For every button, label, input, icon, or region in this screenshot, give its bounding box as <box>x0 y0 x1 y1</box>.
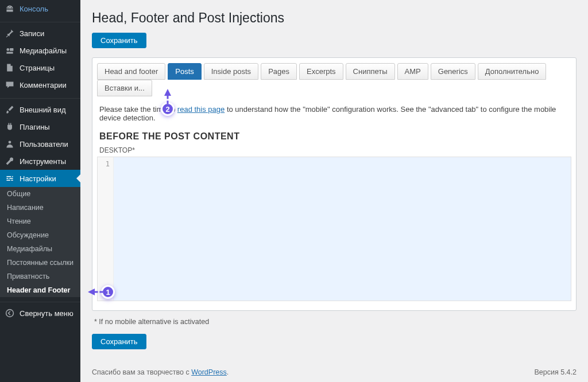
page-icon <box>5 63 15 73</box>
menu-label: Плагины <box>20 123 50 131</box>
footer-version: Версия 5.4.2 <box>534 368 577 376</box>
tab-inside-posts[interactable]: Inside posts <box>204 63 258 80</box>
submenu-reading[interactable]: Чтение <box>0 215 80 228</box>
footer-thanks: Спасибо вам за творчество с WordPress. <box>92 368 229 376</box>
menu-label: Свернуть меню <box>20 309 74 318</box>
editor-gutter: 1 <box>98 157 114 301</box>
menu-item-media[interactable]: Медиафайлы <box>0 42 80 59</box>
pin-icon <box>5 28 15 38</box>
svg-point-2 <box>9 141 11 143</box>
tab-advanced[interactable]: Дополнительно <box>478 63 547 80</box>
code-textarea[interactable] <box>114 157 571 301</box>
menu-label: Внешний вид <box>20 106 66 114</box>
tab-posts[interactable]: Posts <box>168 63 202 80</box>
callout-badge-2: 2 <box>161 102 175 116</box>
submenu-media[interactable]: Медиафайлы <box>0 242 80 256</box>
callout-badge-1: 1 <box>101 285 115 299</box>
submenu-permalinks[interactable]: Постоянные ссылки <box>0 256 80 270</box>
menu-collapse[interactable]: Свернуть меню <box>0 305 80 322</box>
menu-label: Пользователи <box>20 140 68 149</box>
save-button-bottom[interactable]: Сохранить <box>92 334 146 349</box>
section-title: BEFORE THE POST CONTENT <box>99 131 569 142</box>
page-title: Head, Footer and Post Injections <box>92 6 577 33</box>
svg-point-3 <box>6 310 14 317</box>
footnote: * If no mobile alternative is activated <box>92 311 577 326</box>
tab-snippets[interactable]: Сниппеты <box>346 63 395 80</box>
svg-rect-1 <box>10 48 13 51</box>
submenu-discussion[interactable]: Обсуждение <box>0 228 80 242</box>
save-button-top[interactable]: Сохранить <box>92 33 146 48</box>
collapse-icon <box>5 308 15 318</box>
menu-separator <box>0 96 80 99</box>
brush-icon <box>5 104 15 115</box>
sliders-icon <box>5 173 15 184</box>
menu-item-users[interactable]: Пользователи <box>0 135 80 153</box>
menu-label: Медиафайлы <box>20 46 67 55</box>
tab-pages[interactable]: Pages <box>261 63 297 80</box>
admin-sidebar: Консоль Записи Медиафайлы Страницы Комме… <box>0 0 80 382</box>
submenu-privacy[interactable]: Приватность <box>0 270 80 283</box>
tab-inserts[interactable]: Вставки и... <box>97 80 152 96</box>
menu-item-settings[interactable]: Настройки <box>0 170 80 187</box>
code-editor: 1 <box>97 157 571 301</box>
tab-generics[interactable]: Generics <box>431 63 475 80</box>
field-label-desktop: DESKTOP* <box>97 145 571 155</box>
menu-separator <box>0 299 80 302</box>
menu-item-plugins[interactable]: Плагины <box>0 118 80 135</box>
dashboard-icon <box>5 3 15 14</box>
submenu-writing[interactable]: Написание <box>0 201 80 215</box>
main-content: Head, Footer and Post Injections Сохрани… <box>80 0 588 382</box>
menu-label: Настройки <box>20 174 56 183</box>
menu-item-posts[interactable]: Записи <box>0 25 80 42</box>
menu-separator <box>0 20 80 22</box>
wordpress-link[interactable]: WordPress <box>191 368 227 376</box>
user-icon <box>5 139 15 149</box>
plug-icon <box>5 122 15 132</box>
menu-item-comments[interactable]: Комментарии <box>0 76 80 93</box>
tab-head-footer[interactable]: Head and footer <box>97 63 165 80</box>
wrench-icon <box>5 156 15 166</box>
menu-item-pages[interactable]: Страницы <box>0 59 80 76</box>
svg-point-0 <box>6 48 9 51</box>
menu-label: Комментарии <box>20 81 67 89</box>
menu-label: Записи <box>20 29 44 38</box>
comment-icon <box>5 80 15 90</box>
info-link[interactable]: read this page <box>177 105 225 114</box>
tab-amp[interactable]: AMP <box>397 63 428 80</box>
menu-item-dashboard[interactable]: Консоль <box>0 0 80 17</box>
submenu-header-footer[interactable]: Header and Footer <box>0 283 80 297</box>
menu-label: Инструменты <box>20 157 66 166</box>
wp-footer: Спасибо вам за творчество с WordPress. В… <box>80 362 588 382</box>
settings-submenu: Общие Написание Чтение Обсуждение Медиаф… <box>0 187 80 297</box>
menu-label: Консоль <box>20 5 48 13</box>
menu-label: Страницы <box>20 64 55 72</box>
submenu-general[interactable]: Общие <box>0 187 80 201</box>
menu-item-appearance[interactable]: Внешний вид <box>0 101 80 118</box>
media-icon <box>5 45 15 56</box>
gutter-line-number: 1 <box>98 159 110 169</box>
menu-item-tools[interactable]: Инструменты <box>0 153 80 170</box>
tab-excerpts[interactable]: Excerpts <box>299 63 343 80</box>
